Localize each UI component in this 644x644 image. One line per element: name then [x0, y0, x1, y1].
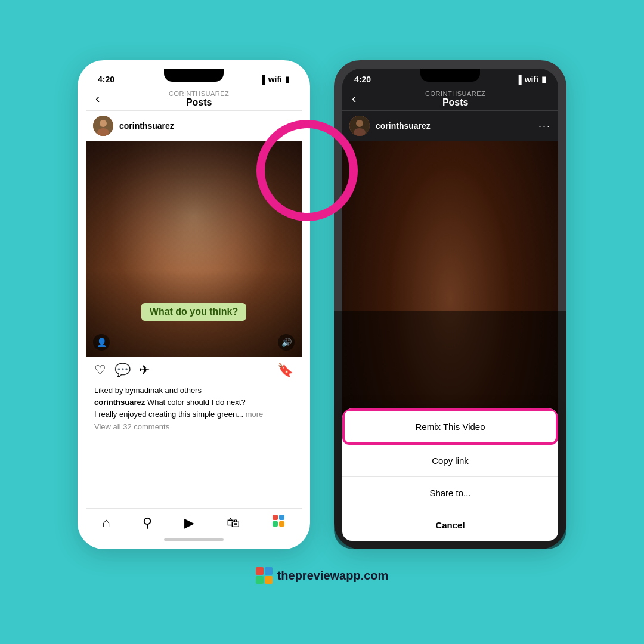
logo-green [256, 576, 264, 584]
like-icon[interactable]: ♡ [94, 363, 106, 378]
watermark: thepreviewapp.com [256, 567, 389, 584]
left-nav-page-title: Posts [106, 97, 292, 108]
left-caption-body: What color should I do next? [147, 398, 246, 407]
right-post-header: corinthsuarez ··· [342, 111, 558, 141]
left-post-username: corinthsuarez [119, 121, 282, 131]
svg-rect-4 [279, 515, 284, 520]
left-caption-overlay: What do you think? [141, 303, 246, 321]
left-bottom-nav: ⌂ ⚲ ▶ 🛍 [86, 508, 302, 535]
main-content: 4:20 ▐ wifi ▮ ‹ CORINTHSUAREZ Posts [78, 60, 566, 549]
watermark-logo [256, 567, 273, 584]
notch-right [420, 69, 480, 82]
svg-rect-3 [273, 515, 278, 520]
reels-nav-icon[interactable]: ▶ [184, 515, 194, 531]
right-phone-screen: 4:20 ▐ wifi ▮ ‹ CORINTHSUAREZ Posts [342, 69, 558, 541]
cancel-button[interactable]: Cancel [342, 509, 558, 541]
right-phone: 4:20 ▐ wifi ▮ ‹ CORINTHSUAREZ Posts [334, 60, 566, 549]
right-nav-title: CORINTHSUAREZ Posts [362, 90, 549, 108]
notch-left [164, 69, 224, 82]
search-nav-icon[interactable]: ⚲ [143, 515, 152, 531]
signal-icon: ▐ [259, 75, 265, 84]
left-comments-label[interactable]: View all 32 comments [94, 422, 293, 432]
left-status-time: 4:20 [98, 75, 114, 84]
home-nav-icon[interactable]: ⌂ [102, 515, 110, 531]
svg-rect-5 [273, 521, 278, 527]
left-sound-icon: 🔊 [278, 334, 295, 351]
logo-yellow [265, 576, 273, 584]
hair-overlay [86, 141, 302, 270]
left-more-label[interactable]: more [246, 410, 264, 419]
right-nav-bar: ‹ CORINTHSUAREZ Posts [342, 86, 558, 111]
left-extended-caption: I really enjoyed creating this simple gr… [94, 409, 293, 420]
left-action-icons-left: ♡ 💬 ✈ [94, 363, 277, 378]
left-action-bar: ♡ 💬 ✈ 🔖 [86, 357, 302, 384]
logo-red [256, 567, 264, 575]
right-nav-username: CORINTHSUAREZ [362, 90, 549, 97]
right-wifi-icon: wifi [525, 75, 538, 84]
share-to-button[interactable]: Share to... [342, 477, 558, 509]
left-user-icon: 👤 [93, 334, 110, 351]
svg-rect-6 [279, 521, 284, 527]
right-phone-wrapper: 4:20 ▐ wifi ▮ ‹ CORINTHSUAREZ Posts [334, 60, 566, 549]
copy-link-button[interactable]: Copy link [342, 445, 558, 477]
left-home-indicator [164, 538, 224, 541]
left-post-image: What do you think? 👤 🔊 [86, 141, 302, 357]
share-icon[interactable]: ✈ [139, 363, 150, 378]
right-battery-icon: ▮ [541, 75, 546, 84]
profile-nav-icon[interactable] [273, 515, 286, 531]
right-signal-icon: ▐ [516, 75, 522, 84]
right-nav-page-title: Posts [362, 97, 549, 108]
right-status-time: 4:20 [354, 75, 371, 84]
logo-blue [265, 567, 273, 575]
right-status-icons: ▐ wifi ▮ [516, 75, 546, 84]
left-liked-by: Liked by bymadinak and others [94, 385, 293, 396]
left-caption-text: corinthsuarez What color should I do nex… [94, 397, 293, 408]
bookmark-icon[interactable]: 🔖 [277, 363, 293, 378]
left-extended-text: I really enjoyed creating this simple gr… [94, 410, 243, 419]
left-nav-username: CORINTHSUAREZ [106, 90, 292, 97]
remix-button[interactable]: Remix This Video [345, 411, 556, 442]
remix-highlight-box: Remix This Video [342, 408, 558, 445]
left-nav-title: CORINTHSUAREZ Posts [106, 90, 292, 108]
svg-point-8 [356, 120, 363, 127]
left-three-dots[interactable]: ··· [282, 120, 295, 132]
right-post-username: corinthsuarez [376, 121, 538, 131]
left-phone: 4:20 ▐ wifi ▮ ‹ CORINTHSUAREZ Posts [78, 60, 310, 549]
left-phone-screen: 4:20 ▐ wifi ▮ ‹ CORINTHSUAREZ Posts [86, 69, 302, 541]
shop-nav-icon[interactable]: 🛍 [227, 515, 240, 531]
left-post-header: corinthsuarez ··· [86, 111, 302, 141]
right-back-button[interactable]: ‹ [352, 91, 356, 107]
watermark-text: thepreviewapp.com [277, 569, 389, 583]
wifi-icon: wifi [268, 75, 282, 84]
left-status-icons: ▐ wifi ▮ [259, 75, 290, 84]
left-post-caption: Liked by bymadinak and others corinthsua… [86, 384, 302, 436]
left-caption-author: corinthsuarez [94, 398, 145, 407]
left-avatar [93, 116, 113, 136]
bottom-sheet: Remix This Video Copy link Share to... C… [342, 408, 558, 541]
right-three-dots[interactable]: ··· [538, 120, 551, 132]
left-nav-bar: ‹ CORINTHSUAREZ Posts [86, 86, 302, 111]
svg-point-1 [100, 120, 107, 127]
comment-icon[interactable]: 💬 [114, 363, 131, 378]
battery-icon: ▮ [285, 75, 290, 84]
left-back-button[interactable]: ‹ [95, 91, 100, 107]
right-avatar [349, 116, 370, 136]
